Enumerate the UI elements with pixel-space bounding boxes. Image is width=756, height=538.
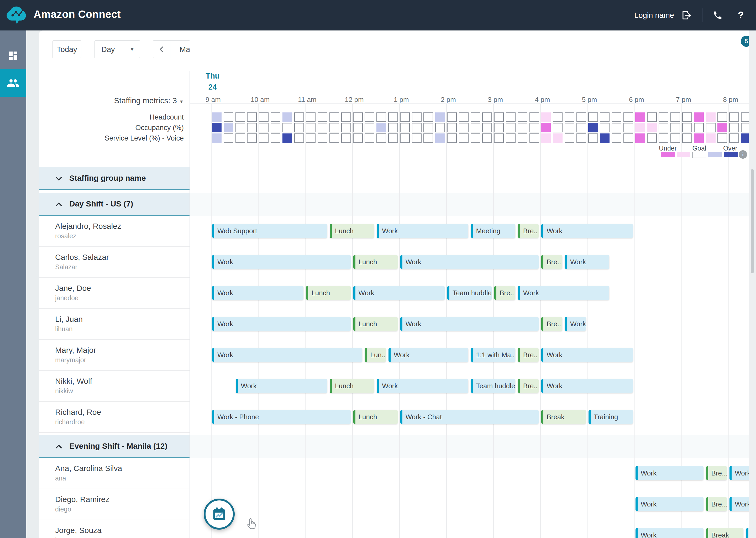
shift-bar[interactable]: Lunch	[306, 286, 351, 300]
metric-cell[interactable]	[306, 123, 315, 133]
metric-cell[interactable]	[518, 123, 527, 133]
shift-bar[interactable]: Work	[377, 224, 468, 238]
shift-bar[interactable]: Work	[389, 348, 468, 362]
nav-scheduling-icon[interactable]	[0, 69, 26, 97]
metric-cell[interactable]	[294, 134, 304, 143]
metric-cell[interactable]	[259, 134, 268, 143]
metric-cell[interactable]	[353, 123, 363, 133]
shift-bar[interactable]: Work	[565, 317, 586, 331]
metric-cell[interactable]	[447, 134, 457, 143]
shift-bar[interactable]: Bre..	[518, 224, 539, 238]
shift-bar[interactable]: Work	[212, 348, 362, 362]
metric-cell[interactable]	[530, 112, 539, 122]
metric-cell[interactable]	[423, 134, 433, 143]
metric-cell[interactable]	[659, 123, 668, 133]
shift-bar[interactable]: Work	[636, 466, 703, 480]
shift-bar[interactable]: Bre..	[518, 348, 539, 362]
metric-cell[interactable]	[376, 134, 386, 143]
metric-cell[interactable]	[624, 134, 633, 143]
nav-dashboard-icon[interactable]	[0, 42, 26, 69]
employee-row[interactable]: Ana, Carolina Silvaana	[39, 458, 190, 489]
shift-bar[interactable]: Work	[212, 286, 304, 300]
metric-cell[interactable]	[435, 112, 445, 122]
shift-bar[interactable]: Bre..	[518, 379, 539, 393]
metric-cell[interactable]	[494, 112, 504, 122]
metric-cell[interactable]	[706, 123, 716, 133]
metric-cell[interactable]	[388, 112, 398, 122]
shift-bar[interactable]: Meeting	[471, 224, 515, 238]
metric-cell[interactable]	[506, 112, 516, 122]
metric-cell[interactable]	[694, 134, 704, 143]
employee-row[interactable]: Mary, Majormarymajor	[39, 340, 190, 371]
metric-cell[interactable]	[670, 123, 680, 133]
shift-bar[interactable]: Work	[353, 286, 445, 300]
metric-cell[interactable]	[247, 123, 257, 133]
shift-bar[interactable]: Work	[236, 379, 327, 393]
metric-cell[interactable]	[329, 112, 339, 122]
metric-cell[interactable]	[577, 134, 586, 143]
metric-cell[interactable]	[224, 134, 233, 143]
metric-cell[interactable]	[435, 123, 445, 133]
shift-bar[interactable]: Lunch	[353, 255, 398, 269]
shift-bar[interactable]: Web Support	[212, 224, 327, 238]
metric-cell[interactable]	[600, 134, 609, 143]
login-menu[interactable]: Login name	[634, 7, 694, 23]
metric-cell[interactable]	[423, 123, 433, 133]
shift-bar[interactable]: Work	[730, 497, 749, 511]
metric-cell[interactable]	[329, 123, 339, 133]
metric-cell[interactable]	[624, 112, 633, 122]
shift-bar[interactable]: Lunch	[353, 410, 398, 424]
shift-bar[interactable]: Break	[706, 528, 743, 538]
schedule-manager-fab[interactable]	[204, 499, 235, 530]
shift-bar[interactable]: Work - Phone	[212, 410, 351, 424]
help-icon[interactable]: ?	[733, 7, 749, 23]
metric-cell[interactable]	[482, 112, 492, 122]
metric-cell[interactable]	[341, 112, 351, 122]
metric-cell[interactable]	[282, 123, 292, 133]
metric-cell[interactable]	[365, 123, 374, 133]
metric-cell[interactable]	[435, 134, 445, 143]
metric-cell[interactable]	[318, 134, 327, 143]
shift-bar[interactable]: Work	[730, 466, 749, 480]
info-icon[interactable]: i	[739, 150, 747, 159]
employee-row[interactable]: Li, Juanlihuan	[39, 309, 190, 340]
metric-cell[interactable]	[212, 123, 221, 133]
prev-day-button[interactable]	[153, 41, 170, 58]
metric-cell[interactable]	[271, 123, 280, 133]
metric-cell[interactable]	[565, 112, 574, 122]
metric-cell[interactable]	[624, 123, 633, 133]
metric-cell[interactable]	[235, 123, 245, 133]
metric-cell[interactable]	[341, 123, 351, 133]
shift-bar[interactable]: Team huddle	[471, 379, 515, 393]
shift-bar[interactable]: Work	[400, 317, 539, 331]
shift-bar[interactable]: Work	[212, 317, 351, 331]
logout-icon[interactable]	[679, 7, 694, 23]
phone-icon[interactable]	[710, 7, 726, 23]
shift-bar[interactable]: Work - Chat	[400, 410, 539, 424]
metric-cell[interactable]	[706, 112, 716, 122]
metric-cell[interactable]	[306, 134, 315, 143]
employee-row[interactable]: Diego, Ramirezdiego	[39, 489, 190, 520]
metric-cell[interactable]	[635, 134, 645, 143]
shift-bar[interactable]: Work	[518, 286, 609, 300]
metric-cell[interactable]	[247, 134, 257, 143]
metric-cell[interactable]	[635, 112, 645, 122]
metric-cell[interactable]	[541, 123, 551, 133]
metric-cell[interactable]	[670, 112, 680, 122]
metric-cell[interactable]	[212, 112, 221, 122]
metric-cell[interactable]	[647, 112, 657, 122]
metric-cell[interactable]	[600, 112, 609, 122]
shift-bar[interactable]: Work	[212, 255, 351, 269]
metric-cell[interactable]	[612, 134, 621, 143]
metric-cell[interactable]	[294, 112, 304, 122]
metric-cell[interactable]	[400, 112, 410, 122]
metric-cell[interactable]	[706, 134, 716, 143]
metric-cell[interactable]	[318, 123, 327, 133]
shift-bar[interactable]: Break	[541, 410, 586, 424]
metric-cell[interactable]	[294, 123, 304, 133]
metric-cell[interactable]	[271, 134, 280, 143]
metric-cell[interactable]	[388, 134, 398, 143]
shift-bar[interactable]: Bre...	[706, 497, 727, 511]
employee-row[interactable]: Richard, Roerichardroe	[39, 402, 190, 433]
metric-cell[interactable]	[694, 112, 704, 122]
